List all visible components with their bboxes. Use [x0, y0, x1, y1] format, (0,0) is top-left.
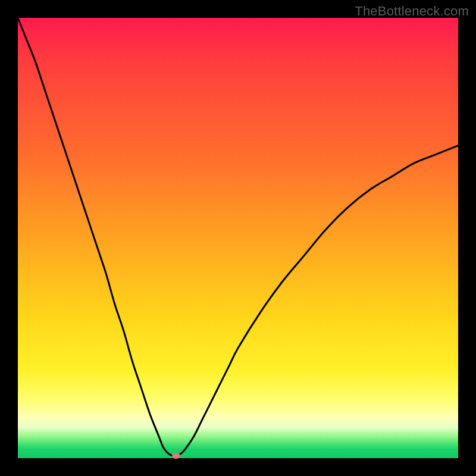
optimal-point-marker [172, 453, 180, 459]
chart-frame: TheBottleneck.com [0, 0, 476, 476]
watermark-text: TheBottleneck.com [355, 4, 469, 19]
bottleneck-curve-path [18, 18, 458, 456]
curve-svg [18, 18, 458, 458]
plot-area [18, 18, 458, 458]
